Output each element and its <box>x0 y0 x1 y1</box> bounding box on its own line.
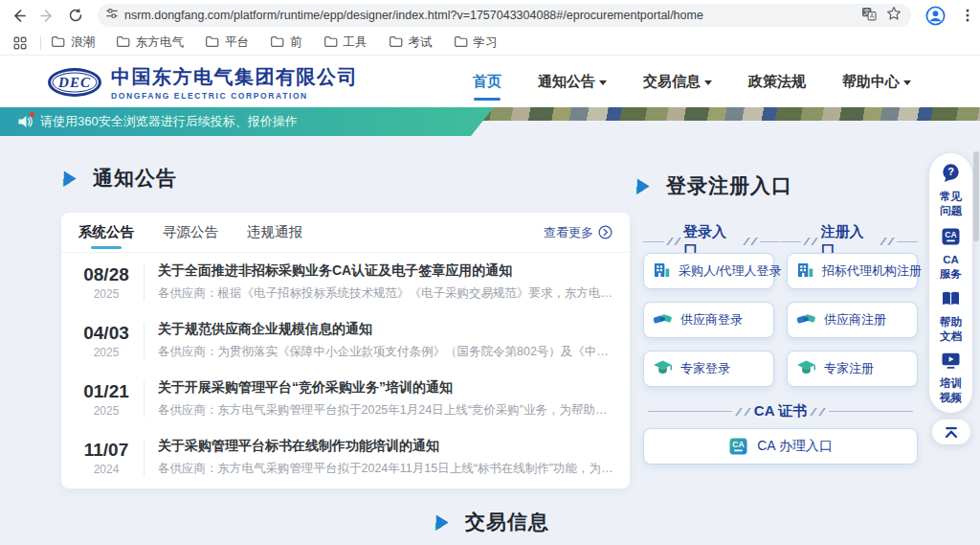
nav-item[interactable]: 交易信息 <box>643 56 712 107</box>
browser-menu-icon[interactable] <box>955 3 980 28</box>
tab-label: 违规通报 <box>247 223 302 241</box>
section-arrow-icon <box>433 512 453 533</box>
ca-entry-button[interactable]: CA CA 办理入口 <box>643 428 918 465</box>
register-entry-button[interactable]: 招标代理机构注册 <box>787 253 918 289</box>
sidebar-quick-item[interactable]: ? 常见问题 <box>937 163 966 218</box>
entry-button-icon <box>653 359 673 378</box>
back-icon[interactable] <box>6 3 31 28</box>
reload-icon[interactable] <box>63 3 88 28</box>
nav-item[interactable]: 首页 <box>473 56 501 107</box>
organization-building-icon <box>653 261 671 279</box>
announcement-desc: 各供应商：东方电气采购管理平台拟于2024年11月15日上线“标书在线制作”功能… <box>158 461 614 477</box>
bookmark-folder[interactable]: 工具 <box>323 34 368 51</box>
sidebar-quick-item[interactable]: 帮助文档 <box>937 290 966 344</box>
sidebar-item-label: CA服务 <box>939 253 964 282</box>
browser-window: nsrm.dongfang.com/platform/runtime/epp/d… <box>0 0 980 545</box>
announcement-title[interactable]: 关于规范供应商企业规模信息的通知 <box>158 321 614 338</box>
announcement-tab[interactable]: 寻源公告 <box>163 213 218 253</box>
bookmark-folder[interactable]: 浪潮 <box>51 34 95 51</box>
sidebar-quick-item[interactable]: CA CA服务 <box>937 227 966 282</box>
register-button-column: 招标代理机构注册 供应商注册 专家注册 <box>787 253 918 387</box>
announcement-title[interactable]: 关于采购管理平台标书在线制作功能培训的通知 <box>158 438 614 455</box>
divider <box>144 440 145 476</box>
divider <box>144 381 145 418</box>
view-more-link[interactable]: 查看更多 <box>544 224 612 241</box>
sidebar-item-label: 常见问题 <box>939 190 964 218</box>
entry-button-label: 专家注册 <box>824 360 874 377</box>
announcement-tab[interactable]: 违规通报 <box>247 213 302 253</box>
handshake-icon <box>653 311 673 327</box>
entry-button-icon <box>796 359 816 378</box>
bookmark-label: 学习 <box>474 34 498 51</box>
graduation-cap-icon <box>653 359 673 375</box>
bookmark-folder[interactable]: 学习 <box>454 34 498 51</box>
apps-grid-icon[interactable] <box>8 31 33 56</box>
sidebar-item-icon: ? <box>941 163 961 187</box>
company-logo[interactable]: DEC 中国东方电气集团有限公司 DONGFANG ELECTRIC CORPO… <box>48 64 358 101</box>
training-video-icon <box>941 352 961 370</box>
bookmark-star-icon[interactable] <box>886 6 902 25</box>
site-settings-icon[interactable] <box>105 7 119 24</box>
login-entry-button[interactable]: 供应商登录 <box>643 302 774 338</box>
entry-button-icon <box>653 261 671 282</box>
announcement-desc: 各供应商：东方电气采购管理平台拟于2025年1月24日上线“竞价采购”业务，为帮… <box>158 402 614 419</box>
profile-avatar[interactable] <box>923 3 947 28</box>
announcements-section-title: 通知公告 <box>60 165 177 192</box>
sidebar-item-icon <box>941 352 961 374</box>
announcement-row[interactable]: 01/21 2025 关于开展采购管理平台“竞价采购业务”培训的通知 各供应商：… <box>61 370 630 428</box>
divider <box>144 323 145 359</box>
announcement-tab[interactable]: 系统公告 <box>78 213 134 253</box>
sidebar-quick-item[interactable]: 培训视频 <box>937 352 966 405</box>
section-arrow-icon <box>60 169 80 189</box>
ca-badge-icon: CA <box>728 437 748 456</box>
announcement-title[interactable]: 关于开展采购管理平台“竞价采购业务”培训的通知 <box>158 379 614 397</box>
speaker-icon <box>17 114 34 129</box>
section-arrow-icon <box>634 176 654 196</box>
folder-icon-slot <box>116 35 130 51</box>
url-bar[interactable]: nsrm.dongfang.com/platform/runtime/epp/d… <box>98 4 911 27</box>
bookmark-folder[interactable]: 平台 <box>205 34 249 51</box>
announcement-row[interactable]: 04/03 2025 关于规范供应商企业规模信息的通知 各供应商：为贯彻落实《保… <box>61 311 630 370</box>
forward-icon[interactable] <box>34 3 59 28</box>
announcement-desc: 各供应商：为贯彻落实《保障中小企业款项支付条例》（国务院令第802号）及《中小企… <box>158 344 614 360</box>
ca-entry-label: CA 办理入口 <box>757 438 833 455</box>
bookmark-label: 东方电气 <box>136 34 184 51</box>
nav-item[interactable]: 政策法规 <box>748 56 806 107</box>
nav-item-label: 通知公告 <box>538 73 595 91</box>
nav-item-label: 政策法规 <box>748 73 806 91</box>
browser-toolbar: nsrm.dongfang.com/platform/runtime/epp/d… <box>0 0 980 31</box>
bookmark-label: 浪潮 <box>71 34 95 51</box>
translate-icon[interactable]: 文A <box>861 7 877 25</box>
graduation-cap-icon <box>796 359 816 375</box>
folder-icon-slot <box>323 35 338 51</box>
ca-badge-icon: CA <box>941 227 961 246</box>
login-entry-button[interactable]: 专家登录 <box>643 351 774 387</box>
nav-item[interactable]: 通知公告 <box>538 56 607 107</box>
bookmark-folder[interactable]: 前 <box>270 34 302 51</box>
bookmark-folder[interactable]: 考试 <box>389 34 433 51</box>
back-to-top-button[interactable] <box>932 420 970 444</box>
announcement-row[interactable]: 11/07 2024 关于采购管理平台标书在线制作功能培训的通知 各供应商：东方… <box>61 428 630 487</box>
nav-item[interactable]: 帮助中心 <box>842 56 911 107</box>
page-scrollbar-thumb[interactable] <box>973 151 979 241</box>
register-entry-button[interactable]: 专家注册 <box>787 351 918 387</box>
notice-banner-text: 请使用360安全浏览器进行后续投标、报价操作 <box>40 113 298 130</box>
sidebar-item-icon <box>941 290 961 312</box>
ca-cert-header: CA 证书 <box>637 402 924 420</box>
bookmark-list: 浪潮 东方电气 平台 <box>51 34 519 51</box>
bookmark-label: 前 <box>290 34 302 51</box>
announcement-row[interactable]: 08/28 2025 关于全面推进非招标采购业务CA认证及电子签章应用的通知 各… <box>61 253 630 311</box>
bookmark-folder[interactable]: 东方电气 <box>116 34 184 51</box>
nav-item-label: 首页 <box>473 73 501 91</box>
register-entry-button[interactable]: 供应商注册 <box>787 302 918 338</box>
announcement-date: 01/21 2025 <box>77 381 136 418</box>
announcement-date: 11/07 2024 <box>77 440 136 476</box>
announcement-list: 08/28 2025 关于全面推进非招标采购业务CA认证及电子签章应用的通知 各… <box>61 253 630 487</box>
url-text[interactable]: nsrm.dongfang.com/platform/runtime/epp/d… <box>124 9 861 22</box>
announcement-title[interactable]: 关于全面推进非招标采购业务CA认证及电子签章应用的通知 <box>158 262 614 280</box>
folder-icon-slot <box>389 35 403 51</box>
svg-text:CA: CA <box>733 440 745 449</box>
bookmarks-separator <box>40 36 41 50</box>
circle-arrow-icon <box>598 225 612 239</box>
login-entry-button[interactable]: 采购人/代理人登录 <box>643 253 774 289</box>
